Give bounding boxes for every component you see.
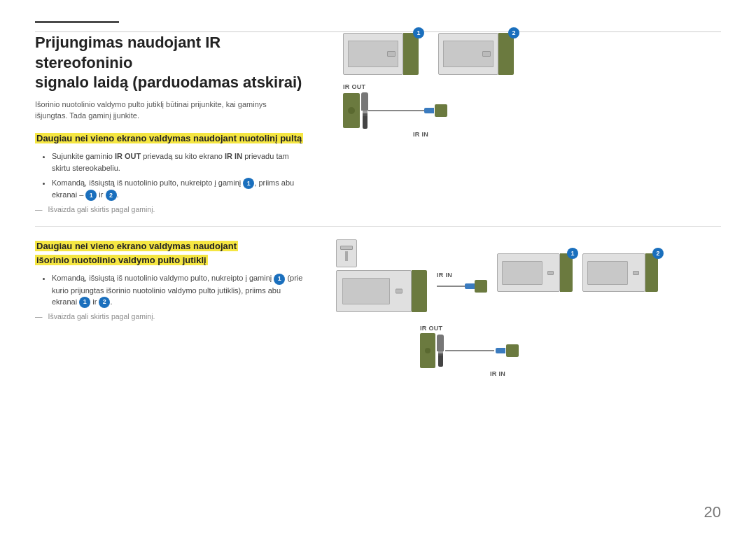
top-accent-line bbox=[35, 21, 119, 23]
badge-t2: 2 bbox=[652, 248, 664, 259]
section1-note: Išvaizda gali skirtis pagal gaminį. bbox=[35, 205, 329, 213]
section1-title: Daugiau nei vieno ekrano valdymas naudoj… bbox=[35, 132, 329, 146]
bullet-item: Komandą, išsiųstą iš nuotolinio pulto, n… bbox=[52, 177, 308, 201]
bottom-section: Daugiau nei vieno ekrano valdymas naudoj… bbox=[35, 239, 721, 377]
top-section: Prijungimas naudojant IR stereofoninio s… bbox=[35, 33, 721, 213]
page-title: Prijungimas naudojant IR stereofoninio s… bbox=[35, 33, 315, 93]
page-number: 20 bbox=[704, 503, 721, 521]
badge-device-1: 1 bbox=[413, 27, 424, 38]
ir-in-top-label: IR IN bbox=[437, 272, 452, 279]
bottom-left-col: Daugiau nei vieno ekrano valdymas naudoj… bbox=[35, 239, 329, 377]
full-divider-line bbox=[35, 31, 721, 32]
section2-bullets: Komandą, išsiųstą iš nuotolinio valdymo … bbox=[42, 272, 308, 308]
ir-in-label: IR IN bbox=[413, 131, 428, 138]
intro-text: Išorinio nuotolinio valdymo pulto jutikl… bbox=[35, 99, 301, 122]
section1-bullets: Sujunkite gaminio IR OUT prievadą su kit… bbox=[42, 150, 308, 201]
device-diagram-2: 2 bbox=[438, 33, 514, 75]
badge-t1: 1 bbox=[567, 248, 578, 259]
badge-s2-1: 1 bbox=[274, 274, 285, 285]
badge-s2-1b: 1 bbox=[79, 297, 90, 308]
bottom-right-diagrams: IR IN bbox=[329, 239, 721, 377]
ir-in-label-bottom: IR IN bbox=[490, 370, 505, 377]
ir-out-label: IR OUT bbox=[343, 83, 365, 90]
badge-1: 1 bbox=[243, 178, 254, 189]
source-device bbox=[336, 239, 427, 312]
badge-device-2: 2 bbox=[508, 27, 519, 38]
cable-line bbox=[437, 283, 465, 289]
badge-s2-2: 2 bbox=[99, 297, 110, 308]
badge-2: 2 bbox=[106, 190, 117, 201]
cable-svg bbox=[368, 108, 424, 113]
bullet-item: Komandą, išsiųstą iš nuotolinio valdymo … bbox=[52, 272, 308, 308]
device-diagram-1: 1 bbox=[343, 33, 419, 75]
page: Prijungimas naudojant IR stereofoninio s… bbox=[0, 0, 756, 534]
section2-title: Daugiau nei vieno ekrano valdymas naudoj… bbox=[35, 239, 329, 267]
bullet-item: Sujunkite gaminio IR OUT prievadą su kit… bbox=[52, 150, 308, 174]
section2-note: Išvaizda gali skirtis pagal gaminį. bbox=[35, 312, 329, 321]
target-device-2: 2 bbox=[582, 253, 658, 292]
ir-out-label-bottom: IR OUT bbox=[420, 325, 442, 332]
ir-out-device: IR OUT bbox=[420, 325, 519, 377]
left-column: Prijungimas naudojant IR stereofoninio s… bbox=[35, 33, 329, 213]
badge-1b: 1 bbox=[85, 190, 97, 201]
section-divider bbox=[35, 226, 721, 227]
right-column-diagrams: 1 2 IR OUT bbox=[329, 33, 721, 213]
cable-line-2 bbox=[445, 348, 494, 353]
target-device-1: 1 bbox=[497, 253, 573, 292]
